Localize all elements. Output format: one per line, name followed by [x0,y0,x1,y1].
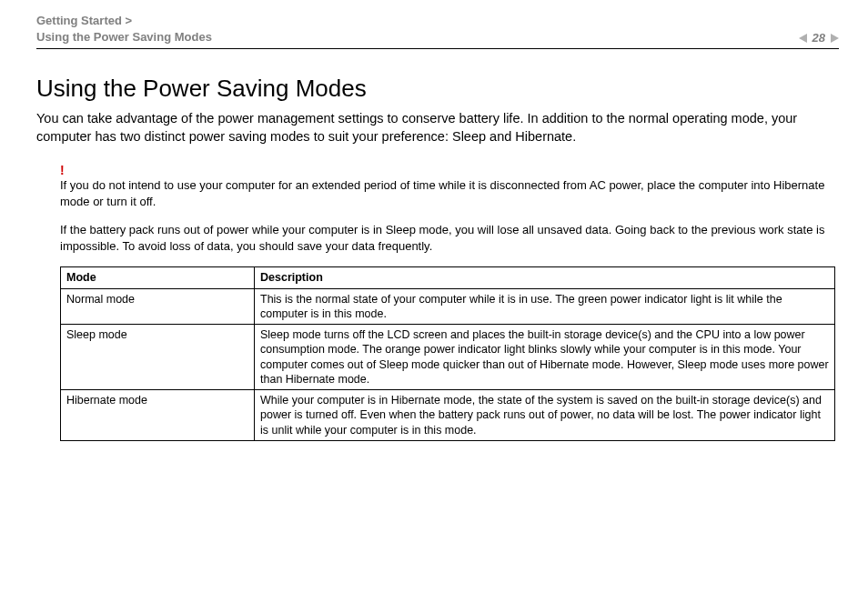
cell-mode: Normal mode [61,288,255,325]
page-header: Getting Started > Using the Power Saving… [36,13,839,49]
page-navigator: 28 [799,31,839,45]
table-row: Hibernate mode While your computer is in… [61,390,835,441]
next-page-icon[interactable] [831,34,839,43]
header-mode: Mode [61,267,255,288]
page-number: 28 [812,31,825,45]
cell-description: Sleep mode turns off the LCD screen and … [255,325,835,390]
warning-icon: ! [60,162,839,179]
document-page: Getting Started > Using the Power Saving… [0,0,868,613]
breadcrumb-line-2: Using the Power Saving Modes [36,30,212,44]
warning-text-1: If you do not intend to use your compute… [60,178,824,208]
cell-mode: Sleep mode [61,325,255,390]
intro-paragraph: You can take advantage of the power mana… [36,110,839,146]
warning-block: ! If you do not intend to use your compu… [60,162,839,209]
warning-block-2: If the battery pack runs out of power wh… [60,222,839,254]
header-description: Description [255,267,835,288]
breadcrumb: Getting Started > Using the Power Saving… [36,13,212,45]
cell-mode: Hibernate mode [61,390,255,441]
page-title: Using the Power Saving Modes [36,75,839,103]
table-row: Normal mode This is the normal state of … [61,288,835,325]
breadcrumb-line-1: Getting Started > [36,14,132,27]
cell-description: While your computer is in Hibernate mode… [255,390,835,441]
prev-page-icon[interactable] [799,34,807,43]
cell-description: This is the normal state of your compute… [255,288,835,325]
table-header-row: Mode Description [61,267,835,288]
warning-text-2: If the battery pack runs out of power wh… [60,223,824,253]
table-row: Sleep mode Sleep mode turns off the LCD … [61,325,835,390]
modes-table: Mode Description Normal mode This is the… [60,266,835,441]
